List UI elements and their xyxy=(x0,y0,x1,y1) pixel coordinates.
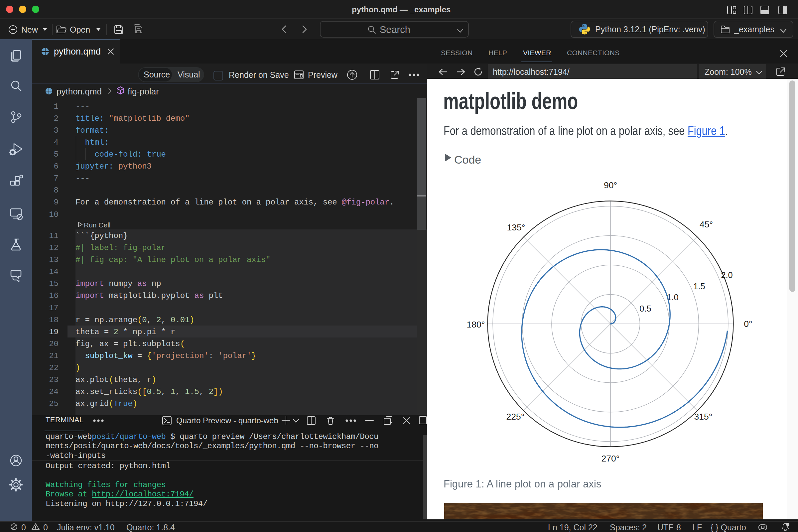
svg-text:1.5: 1.5 xyxy=(693,282,705,291)
svg-text:270°: 270° xyxy=(602,454,620,463)
svg-text:315°: 315° xyxy=(694,412,712,422)
svg-text:0.5: 0.5 xyxy=(640,304,651,313)
svg-text:225°: 225° xyxy=(507,412,525,422)
svg-text:0°: 0° xyxy=(744,319,752,329)
svg-text:1.0: 1.0 xyxy=(667,292,678,302)
svg-text:90°: 90° xyxy=(604,180,617,190)
svg-text:45°: 45° xyxy=(700,220,713,229)
svg-text:2.0: 2.0 xyxy=(721,270,733,280)
svg-text:180°: 180° xyxy=(467,320,485,329)
svg-text:135°: 135° xyxy=(507,223,525,232)
